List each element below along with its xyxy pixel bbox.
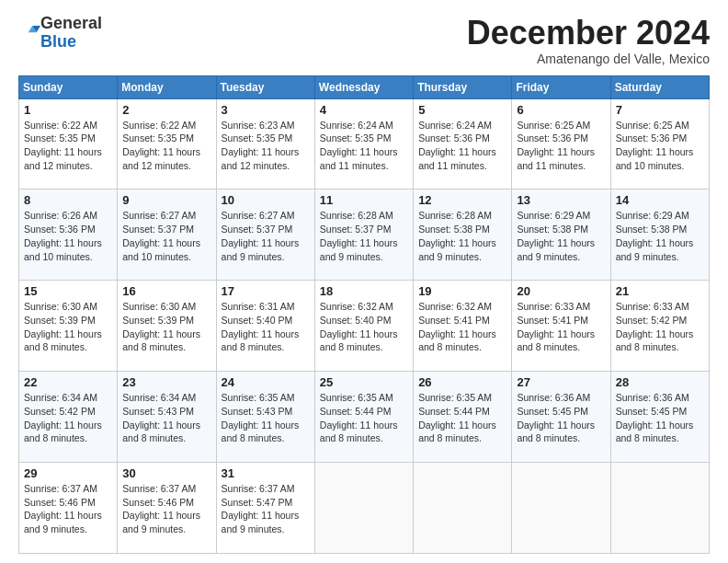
header: General Blue December 2024 Amatenango de… xyxy=(18,15,710,66)
day-number: 2 xyxy=(122,103,210,117)
day-info: Sunrise: 6:37 AMSunset: 5:46 PMDaylight:… xyxy=(122,483,200,534)
day-info: Sunrise: 6:24 AMSunset: 5:36 PMDaylight:… xyxy=(418,120,496,171)
day-number: 11 xyxy=(320,193,408,207)
page: General Blue December 2024 Amatenango de… xyxy=(0,0,728,563)
calendar-cell: 22 Sunrise: 6:34 AMSunset: 5:42 PMDaylig… xyxy=(19,372,118,463)
calendar-cell: 24 Sunrise: 6:35 AMSunset: 5:43 PMDaylig… xyxy=(216,372,314,463)
logo: General Blue xyxy=(18,15,102,52)
day-number: 14 xyxy=(616,193,704,207)
location-subtitle: Amatenango del Valle, Mexico xyxy=(467,52,710,66)
calendar-week-row: 22 Sunrise: 6:34 AMSunset: 5:42 PMDaylig… xyxy=(19,372,710,463)
calendar-cell: 31 Sunrise: 6:37 AMSunset: 5:47 PMDaylig… xyxy=(216,463,314,554)
day-number: 25 xyxy=(320,375,408,389)
day-info: Sunrise: 6:35 AMSunset: 5:44 PMDaylight:… xyxy=(320,392,398,443)
calendar-cell xyxy=(414,463,512,554)
day-info: Sunrise: 6:33 AMSunset: 5:42 PMDaylight:… xyxy=(616,301,694,352)
calendar-cell: 5 Sunrise: 6:24 AMSunset: 5:36 PMDayligh… xyxy=(414,98,512,190)
calendar-cell: 18 Sunrise: 6:32 AMSunset: 5:40 PMDaylig… xyxy=(314,281,413,372)
day-number: 7 xyxy=(616,103,704,117)
calendar-cell: 11 Sunrise: 6:28 AMSunset: 5:37 PMDaylig… xyxy=(314,190,413,281)
day-number: 9 xyxy=(122,193,210,207)
calendar-cell xyxy=(610,463,709,554)
day-number: 29 xyxy=(24,466,112,480)
calendar-cell: 9 Sunrise: 6:27 AMSunset: 5:37 PMDayligh… xyxy=(118,190,216,281)
day-number: 8 xyxy=(24,193,112,207)
day-info: Sunrise: 6:30 AMSunset: 5:39 PMDaylight:… xyxy=(24,301,102,352)
calendar-cell: 14 Sunrise: 6:29 AMSunset: 5:38 PMDaylig… xyxy=(610,190,709,281)
calendar-week-row: 15 Sunrise: 6:30 AMSunset: 5:39 PMDaylig… xyxy=(19,281,710,372)
calendar-cell xyxy=(314,463,413,554)
weekday-header: Thursday xyxy=(414,75,512,98)
day-info: Sunrise: 6:28 AMSunset: 5:38 PMDaylight:… xyxy=(418,210,496,261)
calendar-cell: 21 Sunrise: 6:33 AMSunset: 5:42 PMDaylig… xyxy=(610,281,709,372)
calendar-cell: 19 Sunrise: 6:32 AMSunset: 5:41 PMDaylig… xyxy=(414,281,512,372)
day-number: 26 xyxy=(418,375,506,389)
day-info: Sunrise: 6:25 AMSunset: 5:36 PMDaylight:… xyxy=(517,120,595,171)
day-info: Sunrise: 6:28 AMSunset: 5:37 PMDaylight:… xyxy=(320,210,398,261)
day-number: 23 xyxy=(122,375,210,389)
calendar-cell: 23 Sunrise: 6:34 AMSunset: 5:43 PMDaylig… xyxy=(118,372,216,463)
calendar-week-row: 8 Sunrise: 6:26 AMSunset: 5:36 PMDayligh… xyxy=(19,190,710,281)
weekday-header: Saturday xyxy=(610,75,709,98)
day-info: Sunrise: 6:35 AMSunset: 5:43 PMDaylight:… xyxy=(222,392,300,443)
calendar-table: SundayMondayTuesdayWednesdayThursdayFrid… xyxy=(18,75,710,554)
weekday-header: Wednesday xyxy=(314,75,413,98)
day-info: Sunrise: 6:31 AMSunset: 5:40 PMDaylight:… xyxy=(222,301,300,352)
day-info: Sunrise: 6:32 AMSunset: 5:40 PMDaylight:… xyxy=(320,301,398,352)
day-number: 31 xyxy=(222,466,310,480)
calendar-cell: 6 Sunrise: 6:25 AMSunset: 5:36 PMDayligh… xyxy=(512,98,610,190)
day-info: Sunrise: 6:37 AMSunset: 5:46 PMDaylight:… xyxy=(24,483,102,534)
calendar-cell: 27 Sunrise: 6:36 AMSunset: 5:45 PMDaylig… xyxy=(512,372,610,463)
day-number: 16 xyxy=(122,284,210,298)
day-number: 3 xyxy=(222,103,310,117)
calendar-cell: 10 Sunrise: 6:27 AMSunset: 5:37 PMDaylig… xyxy=(216,190,314,281)
weekday-header: Tuesday xyxy=(216,75,314,98)
day-info: Sunrise: 6:36 AMSunset: 5:45 PMDaylight:… xyxy=(616,392,694,443)
calendar-cell: 16 Sunrise: 6:30 AMSunset: 5:39 PMDaylig… xyxy=(118,281,216,372)
day-info: Sunrise: 6:27 AMSunset: 5:37 PMDaylight:… xyxy=(222,210,300,261)
calendar-cell: 26 Sunrise: 6:35 AMSunset: 5:44 PMDaylig… xyxy=(414,372,512,463)
logo-general-text: General xyxy=(40,15,102,33)
calendar-cell: 2 Sunrise: 6:22 AMSunset: 5:35 PMDayligh… xyxy=(118,98,216,190)
day-info: Sunrise: 6:22 AMSunset: 5:35 PMDaylight:… xyxy=(122,120,200,171)
day-number: 12 xyxy=(418,193,506,207)
weekday-header: Monday xyxy=(118,75,216,98)
day-info: Sunrise: 6:22 AMSunset: 5:35 PMDaylight:… xyxy=(24,120,102,171)
day-number: 1 xyxy=(24,103,112,117)
calendar-week-row: 29 Sunrise: 6:37 AMSunset: 5:46 PMDaylig… xyxy=(19,463,710,554)
day-info: Sunrise: 6:36 AMSunset: 5:45 PMDaylight:… xyxy=(517,392,595,443)
weekday-header: Friday xyxy=(512,75,610,98)
calendar-cell: 15 Sunrise: 6:30 AMSunset: 5:39 PMDaylig… xyxy=(19,281,118,372)
calendar-cell: 28 Sunrise: 6:36 AMSunset: 5:45 PMDaylig… xyxy=(610,372,709,463)
day-number: 10 xyxy=(222,193,310,207)
day-info: Sunrise: 6:33 AMSunset: 5:41 PMDaylight:… xyxy=(517,301,595,352)
logo-icon xyxy=(20,23,40,43)
calendar-week-row: 1 Sunrise: 6:22 AMSunset: 5:35 PMDayligh… xyxy=(19,98,710,190)
calendar-header-row: SundayMondayTuesdayWednesdayThursdayFrid… xyxy=(19,75,710,98)
title-block: December 2024 Amatenango del Valle, Mexi… xyxy=(467,15,710,66)
day-number: 21 xyxy=(616,284,704,298)
day-number: 4 xyxy=(320,103,408,117)
day-number: 15 xyxy=(24,284,112,298)
day-info: Sunrise: 6:29 AMSunset: 5:38 PMDaylight:… xyxy=(616,210,694,261)
calendar-cell: 12 Sunrise: 6:28 AMSunset: 5:38 PMDaylig… xyxy=(414,190,512,281)
day-number: 5 xyxy=(418,103,506,117)
calendar-cell: 25 Sunrise: 6:35 AMSunset: 5:44 PMDaylig… xyxy=(314,372,413,463)
calendar-cell: 20 Sunrise: 6:33 AMSunset: 5:41 PMDaylig… xyxy=(512,281,610,372)
day-info: Sunrise: 6:30 AMSunset: 5:39 PMDaylight:… xyxy=(122,301,200,352)
day-info: Sunrise: 6:34 AMSunset: 5:42 PMDaylight:… xyxy=(24,392,102,443)
day-number: 17 xyxy=(222,284,310,298)
calendar-cell: 8 Sunrise: 6:26 AMSunset: 5:36 PMDayligh… xyxy=(19,190,118,281)
day-info: Sunrise: 6:24 AMSunset: 5:35 PMDaylight:… xyxy=(320,120,398,171)
calendar-cell: 3 Sunrise: 6:23 AMSunset: 5:35 PMDayligh… xyxy=(216,98,314,190)
day-number: 6 xyxy=(517,103,605,117)
calendar-cell: 17 Sunrise: 6:31 AMSunset: 5:40 PMDaylig… xyxy=(216,281,314,372)
day-number: 20 xyxy=(517,284,605,298)
day-info: Sunrise: 6:34 AMSunset: 5:43 PMDaylight:… xyxy=(122,392,200,443)
calendar-cell: 7 Sunrise: 6:25 AMSunset: 5:36 PMDayligh… xyxy=(610,98,709,190)
day-info: Sunrise: 6:29 AMSunset: 5:38 PMDaylight:… xyxy=(517,210,595,261)
calendar-cell: 13 Sunrise: 6:29 AMSunset: 5:38 PMDaylig… xyxy=(512,190,610,281)
day-info: Sunrise: 6:25 AMSunset: 5:36 PMDaylight:… xyxy=(616,120,694,171)
calendar-cell: 4 Sunrise: 6:24 AMSunset: 5:35 PMDayligh… xyxy=(314,98,413,190)
day-number: 18 xyxy=(320,284,408,298)
